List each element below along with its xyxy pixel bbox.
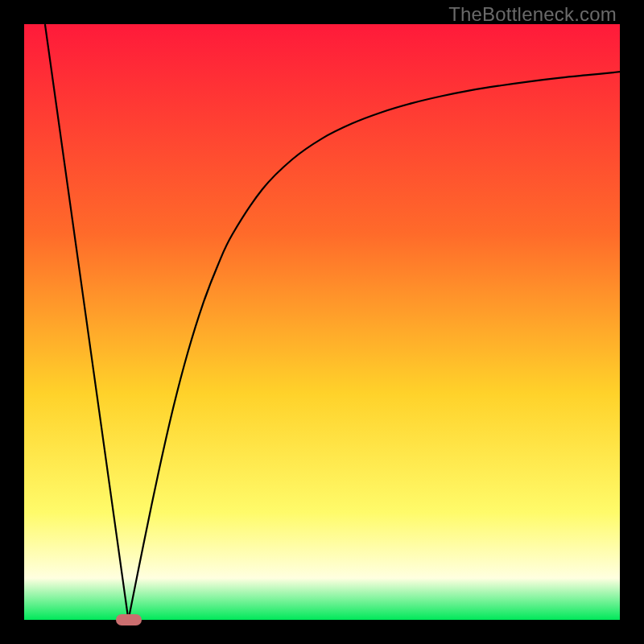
gradient-background <box>24 24 620 620</box>
chart-frame <box>24 24 620 620</box>
bottleneck-marker <box>116 614 142 625</box>
watermark-text: TheBottleneck.com <box>448 3 617 26</box>
chart-plot <box>24 24 620 620</box>
